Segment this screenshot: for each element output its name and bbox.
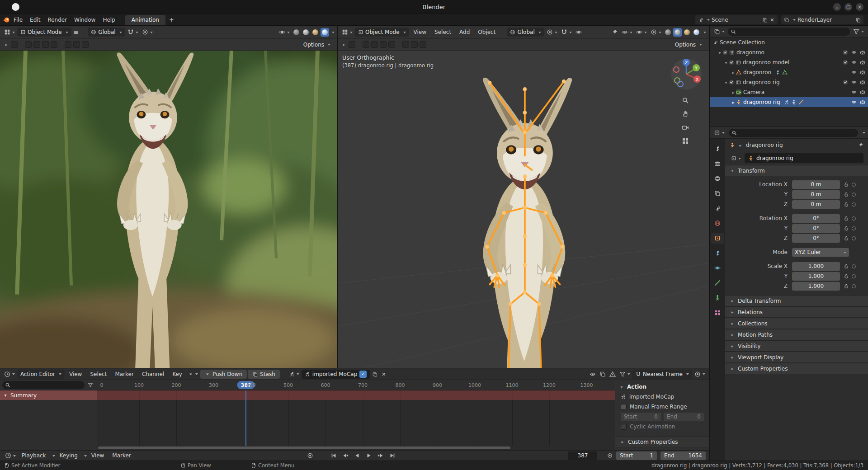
outliner-row-camera[interactable]: ▸ Camera	[710, 87, 868, 97]
manual-frame-range-row[interactable]: Manual Frame Range	[615, 402, 709, 412]
tool-toggle[interactable]	[42, 41, 49, 48]
eye-icon[interactable]	[851, 50, 857, 55]
tab-render[interactable]	[711, 158, 724, 169]
section-motion-paths[interactable]: ▸Motion Paths	[725, 329, 868, 340]
lock-icon[interactable]	[844, 202, 849, 207]
mesh-data-icon[interactable]	[782, 70, 788, 75]
zoom-icon[interactable]	[679, 94, 691, 106]
eye-icon[interactable]	[851, 70, 857, 75]
outliner-search-input[interactable]	[728, 28, 850, 36]
tool-toggle[interactable]	[25, 41, 32, 48]
tool-toggle[interactable]	[51, 41, 57, 48]
lock-icon[interactable]	[844, 182, 849, 187]
unlink-scene-icon[interactable]	[769, 17, 775, 23]
filter-dropdown[interactable]	[618, 370, 632, 379]
properties-search-input[interactable]	[729, 129, 858, 137]
pose-icon[interactable]	[784, 99, 789, 105]
tool-toggle[interactable]	[65, 41, 71, 48]
transform-orientation-dropdown[interactable]: Global	[507, 28, 544, 37]
section-relations[interactable]: ▸Relations	[725, 306, 868, 318]
render-camera-icon[interactable]	[860, 80, 865, 85]
layer-prev-dropdown[interactable]	[187, 370, 199, 379]
modifier-wrench-icon[interactable]	[775, 70, 780, 75]
eye-icon[interactable]	[851, 80, 857, 85]
checkbox-icon[interactable]	[843, 80, 848, 85]
rotation-y-field[interactable]: 0°	[792, 224, 840, 233]
overlays-toggle[interactable]	[649, 28, 663, 37]
outliner-row-mesh-object[interactable]: ▸ dragonroo	[710, 67, 868, 77]
tab-texture[interactable]	[711, 307, 724, 318]
start-frame-field[interactable]: Start0	[621, 413, 661, 421]
overlays-toggle[interactable]	[278, 28, 291, 37]
channel-search-input[interactable]	[2, 381, 85, 389]
shading-material-button[interactable]	[683, 28, 691, 37]
section-custom-properties[interactable]: ▸Custom Properties	[725, 363, 868, 374]
animate-dot[interactable]	[852, 216, 856, 221]
visibility-toggles-button[interactable]	[620, 28, 634, 37]
bone-icon[interactable]	[798, 99, 804, 105]
channel-filter-icon[interactable]	[86, 381, 94, 390]
eye-icon[interactable]	[851, 60, 857, 65]
menu-playback[interactable]: Playback	[18, 451, 50, 460]
menu-select[interactable]: Select	[431, 28, 455, 36]
panel-collapse-arrow[interactable]: ▸	[341, 42, 347, 47]
render-camera-icon[interactable]	[860, 89, 865, 95]
cyclic-animation-row[interactable]: Cyclic Animation	[615, 422, 709, 432]
outliner-row-collection[interactable]: ▾ dragonroo rig	[710, 77, 868, 87]
render-camera-icon[interactable]	[860, 70, 865, 75]
menu-marker[interactable]: Marker	[111, 370, 137, 378]
menu-key[interactable]: Key	[169, 370, 186, 378]
shading-solid-button[interactable]	[673, 28, 682, 37]
pan-hand-icon[interactable]	[679, 108, 691, 120]
eyedropper-icon[interactable]	[610, 28, 619, 37]
tab-object[interactable]	[711, 233, 724, 244]
menu-select[interactable]: Select	[86, 370, 110, 378]
camera-view-icon[interactable]	[679, 122, 691, 133]
checkbox-icon[interactable]	[843, 60, 848, 65]
animate-dot[interactable]	[852, 274, 856, 278]
tool-toggle[interactable]	[82, 41, 89, 48]
shading-material-button[interactable]	[311, 28, 320, 37]
next-keyframe-button[interactable]	[375, 451, 386, 460]
panel-collapse-arrow[interactable]: ▸	[4, 42, 9, 47]
shading-rendered-button[interactable]	[692, 28, 701, 37]
solid-view-canvas[interactable]: User Orthographic (387) dragonroo rig | …	[338, 51, 709, 368]
location-x-field[interactable]: 0 m	[792, 180, 840, 189]
lock-icon[interactable]	[844, 235, 849, 241]
menu-help[interactable]: Help	[99, 16, 118, 24]
menu-view[interactable]: View	[88, 451, 108, 460]
minimize-button[interactable]: ⌄	[833, 3, 841, 11]
location-z-field[interactable]: 0 m	[792, 200, 840, 209]
lock-icon[interactable]	[844, 226, 849, 231]
only-selected-toggle[interactable]	[588, 370, 597, 379]
tool-toggle[interactable]	[388, 41, 395, 48]
editor-type-button[interactable]	[3, 28, 16, 37]
tool-toggle[interactable]	[73, 41, 80, 48]
tool-toggle[interactable]	[363, 41, 369, 48]
checkbox-icon[interactable]	[729, 80, 734, 85]
tool-toggle[interactable]	[380, 41, 387, 48]
frame-start-field[interactable]: Start1	[616, 451, 657, 460]
manual-frame-range-checkbox[interactable]	[621, 404, 627, 410]
dopesheet-mode-dropdown[interactable]: Action Editor	[17, 370, 65, 379]
expand-arrow[interactable]: ▸	[731, 70, 736, 75]
summary-channel[interactable]: ▾ Summary	[0, 390, 97, 400]
unlink-action-icon[interactable]	[380, 370, 388, 379]
workspace-tab-animation[interactable]: Animation	[125, 15, 165, 25]
add-workspace-button[interactable]: +	[165, 15, 178, 24]
mode-dropdown[interactable]: Object Mode	[17, 28, 71, 37]
custom-properties-section[interactable]: ▸Custom Properties	[615, 436, 709, 447]
auto-keying-toggle[interactable]	[305, 451, 316, 460]
expand-arrow[interactable]: ▾	[723, 80, 729, 85]
rotation-mode-dropdown[interactable]: XYZ Euler	[792, 248, 849, 257]
menu-view[interactable]: View	[410, 28, 430, 36]
current-frame-line[interactable]	[245, 390, 246, 446]
expand-arrow[interactable]: ▾	[717, 50, 722, 55]
new-scene-icon[interactable]	[762, 17, 768, 23]
options-dropdown[interactable]: Options	[672, 40, 705, 49]
editor-type-button[interactable]	[712, 27, 726, 36]
new-layer-icon[interactable]	[855, 17, 861, 23]
eye-icon[interactable]	[851, 99, 857, 105]
rotation-x-field[interactable]: 0°	[792, 214, 840, 223]
animate-dot[interactable]	[852, 202, 856, 207]
